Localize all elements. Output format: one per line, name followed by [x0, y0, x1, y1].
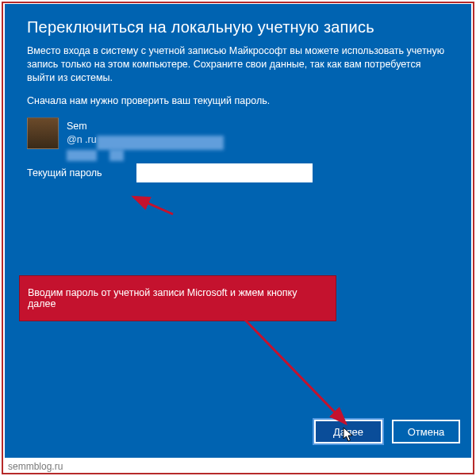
button-bar: Далее Отмена	[314, 420, 460, 443]
dialog-window: Переключиться на локальную учетную запис…	[5, 4, 471, 458]
user-name: Sem	[67, 120, 97, 132]
user-email: @n .ru	[67, 133, 97, 146]
redaction-blur	[67, 150, 97, 161]
page-title: Переключиться на локальную учетную запис…	[27, 18, 449, 36]
user-block: Sem @n .ru	[27, 117, 449, 149]
avatar	[27, 117, 59, 149]
watermark: semmblog.ru	[6, 460, 64, 473]
cancel-button[interactable]: Отмена	[392, 420, 460, 443]
password-input[interactable]	[136, 163, 313, 182]
redaction-blur	[109, 150, 124, 161]
description-text: Вместо входа в систему с учетной записью…	[27, 44, 449, 85]
password-row: Текущий пароль	[27, 163, 449, 182]
password-label: Текущий пароль	[27, 167, 121, 178]
instruction-text: Сначала нам нужно проверить ваш текущий …	[27, 94, 449, 108]
next-button[interactable]: Далее	[314, 420, 382, 443]
annotation-callout: Вводим пароль от учетной записи Microsof…	[19, 275, 336, 321]
